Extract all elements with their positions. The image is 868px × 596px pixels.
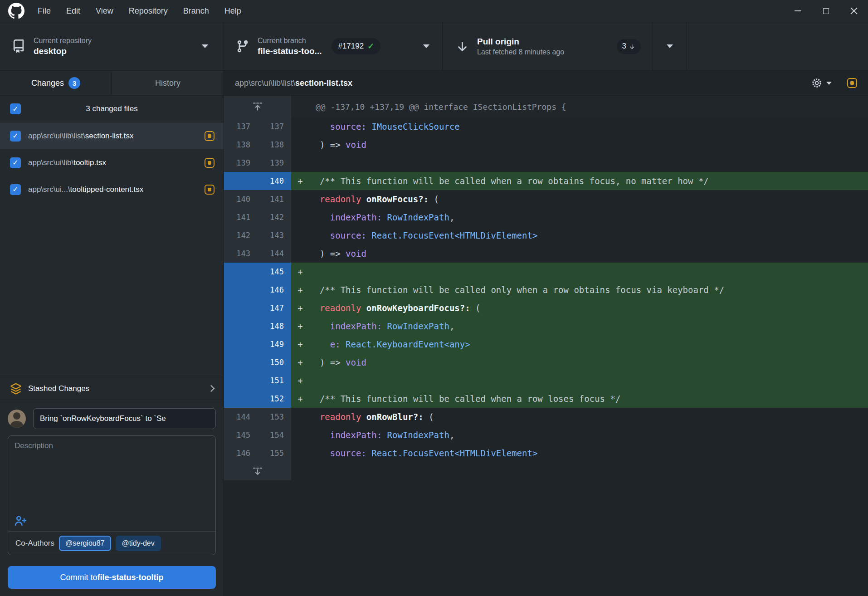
- diff-row[interactable]: 145154 indexPath: RowIndexPath,: [224, 426, 868, 444]
- commit-button-branch: file-status-tooltip: [98, 573, 164, 582]
- changes-count-badge: 3: [68, 77, 80, 89]
- tab-changes[interactable]: Changes 3: [0, 71, 112, 95]
- old-line-number: 144: [224, 408, 258, 426]
- new-line-number: 137: [258, 117, 291, 136]
- diff-line-code: indexPath: RowIndexPath,: [291, 426, 868, 444]
- diff-line-code: source: React.FocusEvent<HTMLDivElement>: [291, 226, 868, 244]
- hunk-header-row: @@ -137,10 +137,19 @@ interface ISection…: [224, 96, 868, 117]
- diff-file-name: section-list.tsx: [295, 78, 352, 88]
- diff-row[interactable]: 151+: [224, 371, 868, 390]
- commit-button[interactable]: Commit to file-status-tooltip: [8, 566, 216, 589]
- coauthor-chip[interactable]: @sergiou87: [59, 536, 111, 551]
- diff-path-prefix: app\src\ui\lib\list\: [235, 78, 295, 88]
- coauthor-chip[interactable]: @tidy-dev: [116, 536, 161, 551]
- diff-row[interactable]: 141142 indexPath: RowIndexPath,: [224, 208, 868, 226]
- new-line-number: 142: [258, 208, 291, 226]
- pull-origin-title: Pull origin: [477, 37, 564, 47]
- pull-count-badge: 3: [617, 39, 641, 54]
- menu-item-edit[interactable]: Edit: [59, 0, 88, 22]
- chevron-down-icon: [202, 44, 208, 48]
- arrow-down-icon: [455, 39, 469, 53]
- old-line-number: [224, 263, 258, 281]
- tab-history-label: History: [155, 78, 180, 88]
- diff-row[interactable]: 150+ ) => void: [224, 353, 868, 371]
- old-line-number: [224, 281, 258, 299]
- window-controls: [784, 0, 868, 22]
- diff-line-code: source: React.FocusEvent<HTMLDivElement>: [291, 444, 868, 462]
- pull-count: 3: [622, 42, 626, 51]
- sidebar: Changes 3 History ✓ 3 changed files ✓app…: [0, 71, 224, 596]
- diff-row[interactable]: 149+ e: React.KeyboardEvent<any>: [224, 335, 868, 353]
- file-checkbox[interactable]: ✓: [10, 131, 21, 142]
- diff-row[interactable]: 137137 source: IMouseClickSource: [224, 117, 868, 136]
- file-checkbox[interactable]: ✓: [10, 157, 21, 168]
- menu-item-repository[interactable]: Repository: [121, 0, 176, 22]
- diff-row[interactable]: 142143 source: React.FocusEvent<HTMLDivE…: [224, 226, 868, 244]
- commit-button-prefix: Commit to: [60, 573, 97, 582]
- diff-row[interactable]: 140+ /** This function will be called wh…: [224, 172, 868, 190]
- diff-row[interactable]: 145+: [224, 263, 868, 281]
- diff-row[interactable]: 152+ /** This function will be called wh…: [224, 390, 868, 408]
- stack-icon: [10, 383, 22, 395]
- diff-row[interactable]: 147+ readonly onRowKeyboardFocus?: (: [224, 299, 868, 317]
- maximize-button[interactable]: [812, 0, 840, 22]
- diff-body: @@ -137,10 +137,19 @@ interface ISection…: [224, 96, 868, 480]
- diff-line-code: +: [291, 371, 868, 390]
- old-line-number: [224, 172, 258, 190]
- old-line-number: 142: [224, 226, 258, 244]
- diff-line-code: readonly onRowFocus?: (: [291, 190, 868, 208]
- minimize-button[interactable]: [784, 0, 812, 22]
- include-all-checkbox[interactable]: ✓: [10, 103, 21, 114]
- coauthors-label: Co-Authors: [15, 539, 54, 548]
- current-repository-button[interactable]: Current repository desktop: [0, 22, 224, 70]
- diff-row[interactable]: 143144 ) => void: [224, 244, 868, 263]
- file-row[interactable]: ✓app\src\ui...\tooltipped-content.tsx: [0, 176, 224, 203]
- chevron-right-icon: [208, 385, 215, 392]
- tab-history[interactable]: History: [112, 71, 224, 95]
- old-line-number: [224, 299, 258, 317]
- file-checkbox[interactable]: ✓: [10, 184, 21, 195]
- new-line-number: 146: [258, 281, 291, 299]
- tab-changes-label: Changes: [31, 78, 64, 88]
- pull-origin-subtitle: Last fetched 8 minutes ago: [477, 48, 564, 56]
- diff-row[interactable]: 146+ /** This function will be called on…: [224, 281, 868, 299]
- expand-hunk-up-button[interactable]: [224, 96, 291, 117]
- close-button[interactable]: [840, 0, 868, 22]
- person-add-icon[interactable]: [15, 515, 27, 529]
- diff-options-button[interactable]: [811, 78, 832, 88]
- file-row[interactable]: ✓app\src\ui\lib\tooltip.tsx: [0, 149, 224, 176]
- current-branch-button[interactable]: Current branch file-status-too... #17192…: [224, 22, 443, 70]
- diff-line-code: + e: React.KeyboardEvent<any>: [291, 335, 868, 353]
- new-line-number: 153: [258, 408, 291, 426]
- diff-row[interactable]: 138138 ) => void: [224, 136, 868, 154]
- diff-line-code: + /** This function will be called when …: [291, 172, 868, 190]
- fetch-options-dropdown[interactable]: [653, 22, 687, 70]
- menu-item-branch[interactable]: Branch: [176, 0, 217, 22]
- pull-origin-button[interactable]: Pull origin Last fetched 8 minutes ago 3: [443, 22, 653, 70]
- changed-files-list: ✓app\src\ui\lib\list\section-list.tsx✓ap…: [0, 122, 224, 203]
- diff-file-path: app\src\ui\lib\list\section-list.tsx: [235, 78, 352, 88]
- diff-row[interactable]: 144153 readonly onRowBlur?: (: [224, 408, 868, 426]
- menu-item-file[interactable]: File: [30, 0, 59, 22]
- coauthors-bar: Co-Authors @sergiou87@tidy-dev: [8, 531, 215, 555]
- menu-item-view[interactable]: View: [88, 0, 121, 22]
- commit-description-input[interactable]: [8, 436, 215, 512]
- stashed-changes-row[interactable]: Stashed Changes: [0, 377, 224, 400]
- expand-hunk-down-button[interactable]: [224, 462, 291, 480]
- menu-item-help[interactable]: Help: [217, 0, 249, 22]
- diff-line-code: ) => void: [291, 136, 868, 154]
- diff-row[interactable]: 139139: [224, 154, 868, 172]
- hunk-header: @@ -137,10 +137,19 @@ interface ISection…: [291, 96, 868, 117]
- file-path: app\src\ui...\tooltipped-content.tsx: [28, 185, 205, 194]
- diff-header: app\src\ui\lib\list\section-list.tsx: [224, 71, 868, 96]
- old-line-number: 141: [224, 208, 258, 226]
- diff-line-code: [291, 154, 868, 172]
- diff-row[interactable]: 140141 readonly onRowFocus?: (: [224, 190, 868, 208]
- commit-summary-input[interactable]: [33, 408, 216, 429]
- arrow-down-small-icon: [629, 43, 635, 50]
- diff-row[interactable]: 146155 source: React.FocusEvent<HTMLDivE…: [224, 444, 868, 462]
- menu-bar: FileEditViewRepositoryBranchHelp: [0, 0, 868, 22]
- diff-row[interactable]: 148+ indexPath: RowIndexPath,: [224, 317, 868, 335]
- file-row[interactable]: ✓app\src\ui\lib\list\section-list.tsx: [0, 122, 224, 149]
- chevron-down-icon: [423, 44, 429, 48]
